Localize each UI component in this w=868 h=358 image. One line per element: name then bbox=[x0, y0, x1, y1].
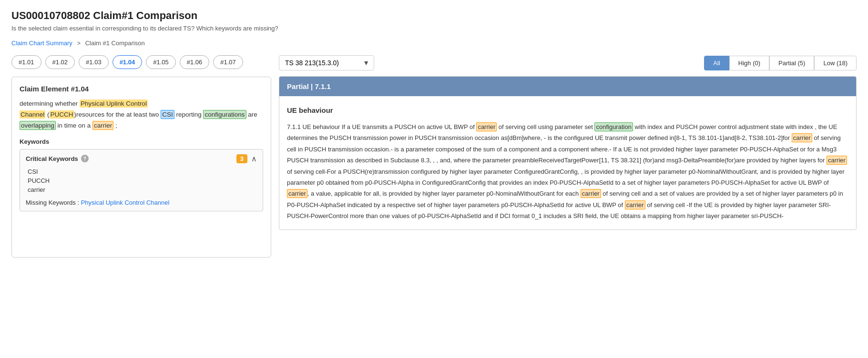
breadcrumb-current: Claim #1 Comparison bbox=[85, 40, 145, 47]
highlight-pucch: PUCCH bbox=[50, 110, 74, 119]
filter-partial-button[interactable]: Partial (5) bbox=[769, 56, 814, 70]
ts-select[interactable]: TS 38 213(15.3.0) TS 38 214(15.3.0) TS 3… bbox=[279, 55, 374, 70]
hl-carrier-2: carrier bbox=[792, 133, 812, 142]
critical-kw-info-icon[interactable]: ? bbox=[81, 155, 89, 162]
keywords-label: Keywords bbox=[20, 138, 263, 145]
tab-1-06[interactable]: #1.06 bbox=[180, 55, 210, 69]
highlight-csi: CSI bbox=[161, 110, 174, 119]
breadcrumb: Claim Chart Summary > Claim #1 Compariso… bbox=[11, 40, 857, 47]
highlight-configurations: configurations bbox=[203, 110, 246, 119]
claim-tabs: #1.01 #1.02 #1.03 #1.04 #1.05 #1.06 #1.0… bbox=[11, 55, 271, 69]
missing-kw-link[interactable]: Physical Uplink Control Channel bbox=[81, 199, 170, 206]
filter-low-button[interactable]: Low (18) bbox=[814, 56, 857, 70]
missing-kw-colon: : bbox=[77, 199, 81, 206]
filter-high-button[interactable]: High (0) bbox=[729, 56, 769, 70]
result-panel: Partial | 7.1.1 UE behaviour 7.1.1 UE be… bbox=[279, 76, 857, 230]
claim-element-box: Claim Element #1.04 determining whether … bbox=[11, 77, 271, 258]
critical-kw-title: Critical Keywords ? bbox=[26, 155, 89, 162]
kw-item-csi: CSI bbox=[28, 167, 257, 176]
result-header: Partial | 7.1.1 bbox=[279, 77, 856, 96]
page-title: US00010708802 Claim#1 Comparison bbox=[11, 10, 857, 22]
tab-1-05[interactable]: #1.05 bbox=[146, 55, 176, 69]
filter-buttons: All High (0) Partial (5) Low (18) bbox=[704, 56, 857, 70]
tab-1-01[interactable]: #1.01 bbox=[11, 55, 41, 69]
result-section-title: UE behaviour bbox=[287, 104, 848, 117]
ts-selector-wrapper: TS 38 213(15.3.0) TS 38 214(15.3.0) TS 3… bbox=[279, 55, 374, 70]
result-text: 7.1.1 UE behaviour If a UE transmits a P… bbox=[287, 121, 848, 222]
tab-1-07[interactable]: #1.07 bbox=[213, 55, 243, 69]
right-panel: TS 38 213(15.3.0) TS 38 214(15.3.0) TS 3… bbox=[279, 55, 857, 258]
result-body[interactable]: UE behaviour 7.1.1 UE behaviour If a UE … bbox=[279, 96, 856, 229]
tab-1-02[interactable]: #1.02 bbox=[45, 55, 75, 69]
claim-text: determining whether Physical Uplink Cont… bbox=[20, 99, 263, 131]
claim-element-title: Claim Element #1.04 bbox=[20, 85, 263, 93]
left-panel: #1.01 #1.02 #1.03 #1.04 #1.05 #1.06 #1.0… bbox=[11, 55, 271, 258]
missing-keywords: Missing Keywords : Physical Uplink Contr… bbox=[26, 199, 257, 206]
kw-item-pucch: PUCCH bbox=[28, 176, 257, 185]
tab-1-04[interactable]: #1.04 bbox=[112, 55, 143, 69]
hl-carrier-3: carrier bbox=[827, 156, 847, 165]
breadcrumb-parent[interactable]: Claim Chart Summary bbox=[11, 40, 72, 47]
hl-configuration: configuration bbox=[594, 122, 633, 131]
highlight-physical-uplink: Physical Uplink Control bbox=[80, 99, 148, 108]
right-controls: TS 38 213(15.3.0) TS 38 214(15.3.0) TS 3… bbox=[279, 55, 857, 70]
critical-kw-header: Critical Keywords ? 3 ∧ bbox=[26, 154, 257, 163]
hl-carrier-6: carrier bbox=[625, 200, 645, 209]
highlight-carrier: carrier bbox=[92, 121, 113, 130]
hl-carrier-1: carrier bbox=[476, 122, 497, 131]
highlight-channel: Channel bbox=[20, 110, 45, 119]
hl-carrier-5: carrier bbox=[581, 189, 601, 198]
highlight-overlapping: overlapping bbox=[20, 121, 56, 130]
missing-kw-label: Missing Keywords bbox=[26, 199, 76, 206]
filter-all-button[interactable]: All bbox=[704, 56, 729, 70]
critical-kw-label: Critical Keywords bbox=[26, 155, 78, 162]
page-subtitle: Is the selected claim essential in corre… bbox=[11, 25, 857, 32]
critical-kw-count: 3 bbox=[236, 154, 247, 163]
critical-kw-toggle[interactable]: ∧ bbox=[251, 154, 257, 163]
hl-carrier-4: carrier bbox=[287, 189, 307, 198]
kw-item-carrier: carrier bbox=[28, 185, 257, 194]
critical-kw-list: CSI PUCCH carrier bbox=[26, 167, 257, 194]
keywords-section: Keywords Critical Keywords ? 3 ∧ bbox=[20, 138, 263, 211]
breadcrumb-separator: > bbox=[77, 40, 81, 47]
critical-keywords-box: Critical Keywords ? 3 ∧ CSI PUCCH carri bbox=[20, 149, 263, 211]
tab-1-03[interactable]: #1.03 bbox=[79, 55, 109, 69]
